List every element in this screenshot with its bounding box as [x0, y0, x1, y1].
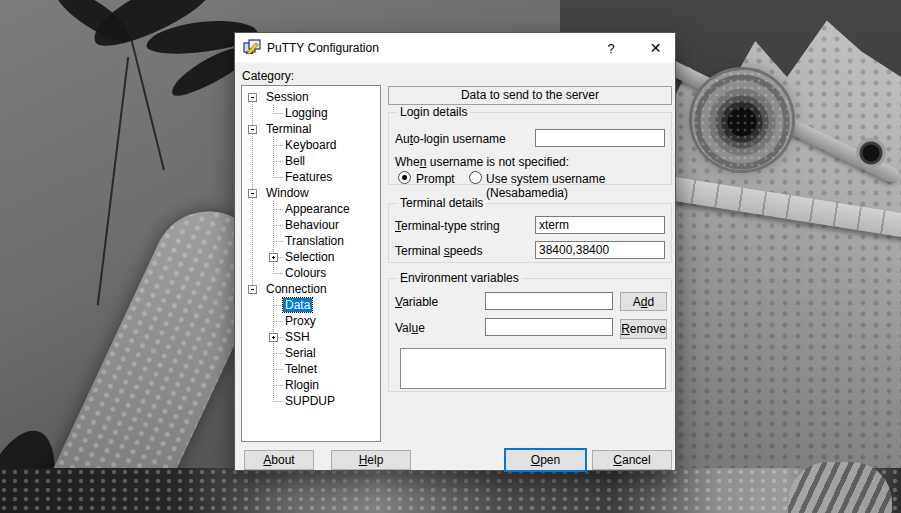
add-button[interactable]: Add [620, 292, 667, 311]
collapse-icon[interactable] [248, 285, 257, 294]
tree-item-rlogin[interactable]: Rlogin [242, 377, 380, 393]
tree-item-label: Serial [283, 346, 318, 360]
auto-login-username-input[interactable] [535, 129, 665, 147]
tree-item-translation[interactable]: Translation [242, 233, 380, 249]
tree-item-label: Bell [283, 154, 307, 168]
about-button[interactable]: About [244, 450, 314, 470]
login-details-group: Login details Auto-login username When u… [388, 112, 672, 185]
tree-item-logging[interactable]: Logging [242, 105, 380, 121]
putty-app-icon [243, 39, 261, 57]
group-title: Environment variables [397, 271, 522, 285]
category-tree[interactable]: SessionLoggingTerminalKeyboardBellFeatur… [241, 85, 381, 442]
terminal-type-input[interactable] [535, 216, 665, 234]
titlebar-help-button[interactable]: ? [593, 33, 629, 63]
tree-item-session[interactable]: Session [242, 89, 380, 105]
tree-item-label: Logging [283, 106, 330, 120]
tree-item-label: Keyboard [283, 138, 338, 152]
tree-item-label: Window [264, 186, 311, 200]
tree-item-behaviour[interactable]: Behaviour [242, 217, 380, 233]
tree-item-appearance[interactable]: Appearance [242, 201, 380, 217]
panel-title: Data to send to the server [388, 86, 672, 105]
tree-item-terminal[interactable]: Terminal [242, 121, 380, 137]
variable-input[interactable] [485, 292, 613, 310]
tree-item-label: Features [283, 170, 334, 184]
tree-item-window[interactable]: Window [242, 185, 380, 201]
terminal-details-group: Terminal details Terminal-type string Te… [388, 203, 672, 263]
tree-item-proxy[interactable]: Proxy [242, 313, 380, 329]
system-username-radio-label[interactable]: Use system username (Nesabamedia) [486, 172, 671, 200]
window-title: PuTTY Configuration [267, 41, 379, 55]
close-icon[interactable]: ✕ [636, 33, 675, 63]
collapse-icon[interactable] [248, 189, 257, 198]
tree-item-label: Translation [283, 234, 346, 248]
tree-item-selection[interactable]: Selection [242, 249, 380, 265]
tree-item-label: Terminal [264, 122, 313, 136]
tree-item-label: Colours [283, 266, 328, 280]
terminal-speeds-label: Terminal speeds [395, 244, 482, 258]
tree-item-label: Session [264, 90, 311, 104]
branch-foreground [0, 468, 901, 513]
environment-variables-group: Environment variables Variable Add Value… [388, 278, 672, 392]
tree-item-keyboard[interactable]: Keyboard [242, 137, 380, 153]
tree-item-serial[interactable]: Serial [242, 345, 380, 361]
tree-item-label: Appearance [283, 202, 352, 216]
tree-item-label: Rlogin [283, 378, 321, 392]
chameleon-eye [692, 70, 792, 170]
tree-item-connection[interactable]: Connection [242, 281, 380, 297]
tree-item-label: Telnet [283, 362, 319, 376]
tree-item-label: SUPDUP [283, 394, 337, 408]
terminal-speeds-input[interactable] [535, 241, 665, 259]
tree-item-label: Behaviour [283, 218, 341, 232]
expand-icon[interactable] [269, 333, 278, 342]
tree-item-bell[interactable]: Bell [242, 153, 380, 169]
terminal-type-label: Terminal-type string [395, 219, 500, 233]
prompt-radio[interactable] [398, 171, 411, 184]
prompt-radio-label[interactable]: Prompt [416, 172, 455, 186]
value-input[interactable] [485, 318, 613, 336]
auto-login-username-label: Auto-login username [395, 132, 506, 146]
tree-item-label: Proxy [283, 314, 318, 328]
titlebar[interactable]: PuTTY Configuration ? ✕ [235, 33, 675, 63]
remove-button[interactable]: Remove [620, 319, 667, 339]
tree-item-colours[interactable]: Colours [242, 265, 380, 281]
tree-item-features[interactable]: Features [242, 169, 380, 185]
group-title: Login details [397, 105, 470, 119]
group-title: Terminal details [397, 196, 486, 210]
value-label: Value [395, 321, 425, 335]
variable-label: Variable [395, 295, 438, 309]
when-username-label: When username is not specified: [395, 155, 569, 169]
collapse-icon[interactable] [248, 125, 257, 134]
tree-item-telnet[interactable]: Telnet [242, 361, 380, 377]
tree-item-data[interactable]: Data [242, 297, 380, 313]
environment-variables-list[interactable] [400, 348, 666, 389]
chameleon-nostril [856, 138, 886, 168]
cancel-button[interactable]: Cancel [592, 450, 672, 470]
category-label: Category: [242, 69, 294, 83]
open-button[interactable]: Open [504, 448, 587, 472]
system-username-radio[interactable] [469, 171, 482, 184]
chameleon-tail-coil [788, 462, 892, 513]
expand-icon[interactable] [269, 253, 278, 262]
tree-item-supdup[interactable]: SUPDUP [242, 393, 380, 409]
help-button[interactable]: Help [331, 450, 411, 470]
tree-item-ssh[interactable]: SSH [242, 329, 380, 345]
tree-item-label: SSH [283, 330, 312, 344]
putty-configuration-dialog: PuTTY Configuration ? ✕ Category: Sessio… [234, 32, 676, 471]
tree-item-label: Connection [264, 282, 329, 296]
tree-item-label: Data [283, 298, 312, 312]
tree-item-label: Selection [283, 250, 336, 264]
collapse-icon[interactable] [248, 93, 257, 102]
